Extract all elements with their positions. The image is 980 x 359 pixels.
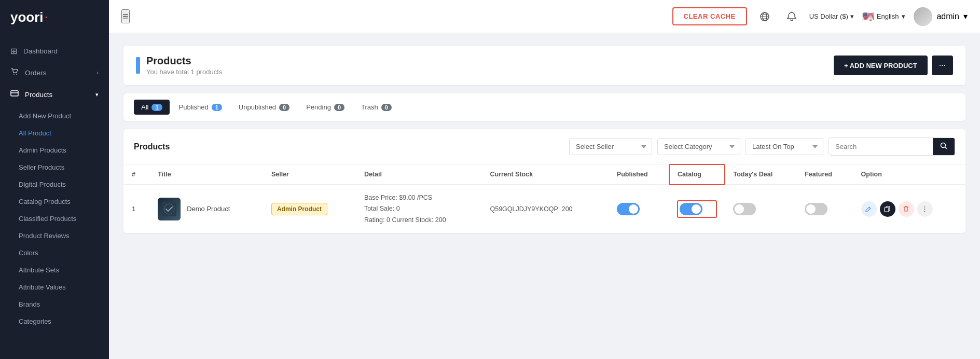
ellipsis-icon: ⋮	[921, 205, 928, 213]
sidebar-sub-colors[interactable]: Colors	[0, 244, 109, 261]
detail-total-sale: Total Sale: 0	[364, 203, 474, 214]
tab-pending-badge: 0	[334, 104, 344, 111]
page-subtitle: You have total 1 products	[146, 68, 222, 76]
globe-icon-button[interactable]	[755, 9, 774, 24]
col-header-num: #	[123, 164, 149, 185]
tab-published[interactable]: Published 1	[172, 100, 229, 115]
language-label: English	[877, 12, 899, 20]
tab-trash-label: Trash	[361, 103, 378, 111]
hamburger-button[interactable]: ≡	[121, 9, 130, 23]
detail-rating: Rating: 0 Current Stock: 200	[364, 215, 474, 226]
products-card-title: Products	[134, 142, 170, 151]
grid-icon: ⊞	[10, 46, 17, 56]
add-new-product-button[interactable]: + ADD NEW PRODUCT	[834, 56, 928, 75]
sub-item-label: Admin Products	[19, 146, 66, 154]
row-num: 1	[123, 185, 149, 233]
sidebar-sub-seller-products[interactable]: Seller Products	[0, 159, 109, 176]
seller-badge: Admin Product	[271, 203, 327, 215]
sidebar-sub-admin-products[interactable]: Admin Products	[0, 142, 109, 159]
clear-cache-button[interactable]: CLEAR CACHE	[672, 7, 747, 25]
notification-bell-button[interactable]	[782, 9, 801, 24]
page-header-left: Products You have total 1 products	[136, 55, 222, 76]
tab-pending[interactable]: Pending 0	[299, 100, 352, 115]
sidebar-sub-digital-products[interactable]: Digital Products	[0, 176, 109, 193]
currency-label: US Dollar ($)	[809, 12, 848, 20]
language-selector[interactable]: 🇺🇸 English ▾	[862, 11, 906, 22]
svg-rect-2	[11, 91, 18, 96]
tab-trash[interactable]: Trash 0	[354, 100, 399, 115]
products-table: # Title Seller Detail Current Stock Publ…	[123, 164, 965, 233]
row-todays-deal	[725, 185, 796, 233]
username-label: admin	[936, 12, 959, 21]
sidebar-sub-attribute-sets[interactable]: Attribute Sets	[0, 261, 109, 279]
row-stock: Q59GQLJDJY9YKOQP: 200	[481, 185, 608, 233]
row-featured	[796, 185, 852, 233]
svg-point-1	[16, 74, 17, 75]
sidebar-navigation: ⊞ Dashboard Orders › Products ▾ Add New …	[0, 35, 109, 337]
todays-deal-toggle[interactable]	[733, 203, 756, 215]
row-option: ⋮	[853, 185, 965, 233]
sub-item-label: Attribute Sets	[19, 266, 59, 274]
search-input[interactable]	[829, 138, 933, 155]
svg-point-5	[941, 143, 946, 148]
chevron-right-icon: ›	[96, 70, 99, 76]
more-options-row-button[interactable]: ⋮	[917, 201, 933, 217]
sub-item-label: Product Reviews	[19, 232, 70, 240]
page-header: Products You have total 1 products + ADD…	[123, 46, 965, 85]
currency-selector[interactable]: US Dollar ($) ▾	[809, 12, 854, 20]
sub-item-label: Colors	[19, 249, 38, 257]
products-icon	[10, 89, 19, 100]
filter-row: Select Seller Select Category Latest On …	[569, 137, 955, 156]
col-header-todays-deal: Today's Deal	[725, 164, 796, 185]
tab-unpublished[interactable]: Unpublished 0	[231, 100, 297, 115]
sidebar-sub-attribute-values[interactable]: Attribute Values	[0, 279, 109, 296]
edit-button[interactable]	[861, 201, 877, 217]
sub-item-label: All Product	[19, 129, 51, 137]
published-toggle[interactable]	[617, 203, 640, 215]
row-title: Demo Product	[149, 185, 263, 233]
user-menu[interactable]: admin ▾	[914, 7, 968, 26]
copy-button[interactable]	[880, 201, 895, 217]
col-header-title: Title	[149, 164, 263, 185]
sidebar-sub-classified-products[interactable]: Classified Products	[0, 210, 109, 227]
catalog-toggle[interactable]	[680, 203, 702, 215]
toggle-slider-featured	[805, 203, 827, 215]
sidebar-sub-all-product[interactable]: All Product	[0, 125, 109, 142]
tabs-bar: All 1 Published 1 Unpublished 0 Pending …	[123, 93, 965, 121]
sub-item-label: Categories	[19, 317, 51, 325]
tab-unpublished-label: Unpublished	[239, 103, 276, 111]
sidebar-sub-categories[interactable]: Categories	[0, 313, 109, 330]
sidebar-item-products[interactable]: Products ▾	[0, 84, 109, 105]
category-select[interactable]: Select Category	[657, 138, 740, 155]
catalog-toggle-container	[678, 201, 716, 217]
delete-button[interactable]	[899, 201, 914, 217]
sidebar-sub-product-reviews[interactable]: Product Reviews	[0, 227, 109, 244]
sidebar-item-orders[interactable]: Orders ›	[0, 62, 109, 84]
sort-select[interactable]: Latest On Top Oldest On Top Name Asc Nam…	[746, 138, 823, 155]
sub-item-label: Seller Products	[19, 163, 64, 171]
sidebar-sub-add-new-product[interactable]: Add New Product	[0, 107, 109, 125]
logo-dot: •	[46, 15, 48, 20]
col-header-featured: Featured	[796, 164, 852, 185]
svg-rect-8	[885, 208, 889, 212]
sub-item-label: Brands	[19, 300, 40, 308]
search-button[interactable]	[933, 138, 955, 155]
sidebar-item-label: Products	[25, 91, 52, 99]
sidebar-item-dashboard[interactable]: ⊞ Dashboard	[0, 40, 109, 62]
tab-all[interactable]: All 1	[134, 100, 170, 115]
title-cell: Demo Product	[158, 198, 255, 220]
row-seller: Admin Product	[263, 185, 356, 233]
more-options-button[interactable]: ···	[932, 56, 953, 75]
col-header-detail: Detail	[356, 164, 482, 185]
tab-pending-label: Pending	[306, 103, 331, 111]
language-chevron-icon: ▾	[902, 12, 905, 20]
col-header-published: Published	[609, 164, 669, 185]
col-header-catalog: Catalog	[669, 164, 725, 185]
tab-published-label: Published	[179, 103, 209, 111]
sidebar-sub-catalog-products[interactable]: Catalog Products	[0, 193, 109, 210]
seller-select[interactable]: Select Seller	[569, 138, 652, 155]
product-title-text: Demo Product	[187, 205, 230, 213]
sidebar-sub-brands[interactable]: Brands	[0, 296, 109, 313]
row-published	[609, 185, 669, 233]
featured-toggle[interactable]	[805, 203, 827, 215]
